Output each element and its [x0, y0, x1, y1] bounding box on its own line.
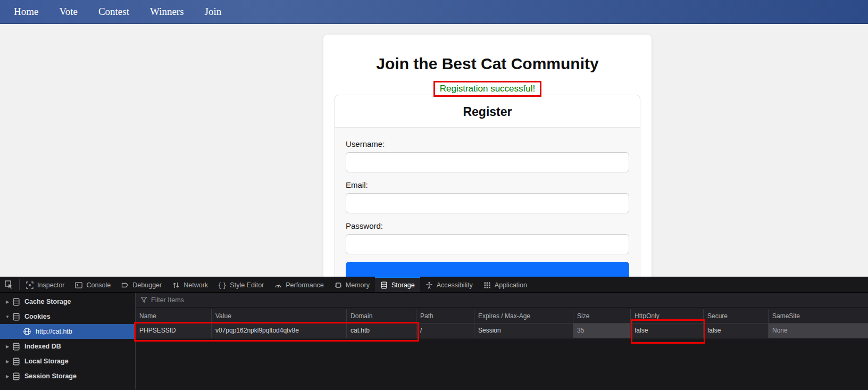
debugger-icon: [121, 281, 129, 289]
cookie-expires-cell[interactable]: Session: [474, 323, 573, 338]
cookie-value-cell[interactable]: v07pqp162npkl9pqltod4qtv8e: [212, 323, 347, 338]
gauge-icon: [274, 281, 282, 289]
sidebar-item-label: Indexed DB: [24, 343, 61, 350]
braces-icon: { }: [219, 281, 226, 289]
caret-right-icon[interactable]: ▶: [4, 300, 11, 304]
nav-item-contest[interactable]: Contest: [98, 6, 129, 18]
tab-network[interactable]: Network: [167, 277, 213, 292]
column-header-secure[interactable]: Secure: [704, 309, 769, 323]
tab-style-editor[interactable]: { } Style Editor: [213, 277, 269, 292]
devtools-panel: Inspector Console Debugger: [0, 277, 868, 390]
tab-label: Storage: [391, 281, 415, 289]
sidebar-item-cookies[interactable]: ▼ Cookies: [0, 309, 135, 324]
person-icon: [425, 281, 433, 289]
column-header-samesite[interactable]: SameSite: [769, 309, 868, 323]
cookie-table-header: Name Value Domain Path Expires / Max-Age…: [136, 309, 868, 323]
tab-console[interactable]: Console: [70, 277, 116, 292]
console-icon: [75, 281, 82, 289]
column-header-value[interactable]: Value: [212, 309, 347, 323]
cookie-name-cell[interactable]: PHPSESSID: [136, 323, 212, 338]
username-label: Username:: [346, 139, 629, 148]
tab-label: Network: [183, 281, 208, 289]
devtools-toolbar: Inspector Console Debugger: [0, 277, 868, 293]
tab-application[interactable]: Application: [478, 277, 532, 292]
column-header-path[interactable]: Path: [416, 309, 474, 323]
registration-success-message: Registration successful!: [433, 81, 542, 97]
cookie-domain-cell[interactable]: cat.htb: [347, 323, 416, 338]
register-form: Username: Email: Password:: [335, 128, 640, 277]
grid-icon: [483, 281, 491, 289]
email-label: Email:: [346, 180, 629, 189]
pick-element-icon: [5, 280, 13, 289]
sidebar-item-label: Local Storage: [24, 358, 69, 365]
caret-right-icon[interactable]: ▶: [4, 374, 11, 379]
tab-label: Performance: [286, 281, 324, 289]
caret-down-icon[interactable]: ▼: [4, 314, 11, 319]
nav-item-winners[interactable]: Winners: [150, 6, 184, 18]
password-field[interactable]: [346, 234, 629, 254]
tab-label: Style Editor: [230, 281, 264, 289]
sidebar-item-session-storage[interactable]: ▶ Session Storage: [0, 369, 135, 384]
nav-item-join[interactable]: Join: [205, 6, 222, 18]
page-title: Join the Best Cat Community: [323, 55, 652, 73]
sidebar-item-local-storage[interactable]: ▶ Local Storage: [0, 354, 135, 369]
storage-type-icon: [12, 372, 20, 380]
chip-icon: [335, 281, 342, 289]
cookie-row-phpsessid[interactable]: PHPSESSID v07pqp162npkl9pqltod4qtv8e cat…: [136, 323, 868, 338]
network-icon: [172, 281, 180, 289]
tab-performance[interactable]: Performance: [269, 277, 329, 292]
tab-label: Inspector: [37, 281, 64, 289]
filter-icon: [140, 296, 147, 303]
inspector-icon: [26, 281, 34, 289]
tab-label: Debugger: [132, 281, 162, 289]
password-label: Password:: [346, 221, 629, 230]
email-field[interactable]: [346, 193, 629, 213]
page-content: Join the Best Cat Community Registration…: [0, 24, 868, 277]
nav-item-home[interactable]: Home: [14, 6, 38, 18]
cookies-table-panel: Name Value Domain Path Expires / Max-Age…: [136, 293, 868, 389]
sidebar-item-cat-htb-origin[interactable]: http://cat.htb: [0, 324, 135, 339]
cookie-httponly-cell[interactable]: false: [631, 323, 704, 338]
tab-accessibility[interactable]: Accessibility: [420, 277, 478, 292]
cookie-secure-cell[interactable]: false: [704, 323, 769, 338]
cookie-size-cell[interactable]: 35: [573, 323, 631, 338]
globe-icon: [23, 327, 31, 336]
caret-right-icon[interactable]: ▶: [4, 344, 11, 349]
register-card: Register Username: Email: Password:: [335, 95, 640, 277]
site-nav: Home Vote Contest Winners Join: [0, 0, 868, 24]
toolbar-separator: [19, 279, 20, 290]
tab-memory[interactable]: Memory: [329, 277, 375, 292]
tab-storage[interactable]: Storage: [375, 277, 420, 292]
caret-right-icon[interactable]: ▶: [4, 359, 11, 364]
tab-label: Accessibility: [437, 281, 473, 289]
storage-type-icon: [12, 358, 20, 366]
filter-bar: [136, 293, 868, 309]
tab-debugger[interactable]: Debugger: [116, 277, 167, 292]
storage-panel: ▶ Cache Storage ▼ Cookies: [0, 293, 868, 389]
column-header-domain[interactable]: Domain: [347, 309, 416, 323]
column-header-expires[interactable]: Expires / Max-Age: [474, 309, 573, 323]
tab-label: Application: [495, 281, 527, 289]
sidebar-item-indexed-db[interactable]: ▶ Indexed DB: [0, 339, 135, 354]
storage-type-icon: [12, 343, 20, 351]
username-field[interactable]: [346, 152, 629, 172]
cookie-path-cell[interactable]: /: [416, 323, 474, 338]
storage-icon: [380, 281, 388, 289]
pick-element-button[interactable]: [0, 277, 18, 292]
filter-items-input[interactable]: [151, 296, 374, 304]
column-header-httponly[interactable]: HttpOnly: [631, 309, 704, 323]
column-header-name[interactable]: Name: [136, 309, 212, 323]
nav-item-vote[interactable]: Vote: [59, 6, 77, 18]
storage-sidebar: ▶ Cache Storage ▼ Cookies: [0, 293, 136, 389]
sidebar-item-label: Cache Storage: [24, 298, 71, 305]
column-header-size[interactable]: Size: [573, 309, 631, 323]
community-card: Join the Best Cat Community Registration…: [323, 35, 652, 277]
sidebar-item-label: Session Storage: [24, 372, 77, 380]
cookie-samesite-cell[interactable]: None: [769, 323, 868, 338]
register-submit-button[interactable]: [346, 262, 629, 277]
sidebar-item-label: http://cat.htb: [36, 328, 72, 335]
sidebar-item-label: Cookies: [24, 313, 51, 320]
storage-type-icon: [12, 298, 20, 306]
tab-inspector[interactable]: Inspector: [21, 277, 70, 292]
sidebar-item-cache-storage[interactable]: ▶ Cache Storage: [0, 294, 135, 309]
